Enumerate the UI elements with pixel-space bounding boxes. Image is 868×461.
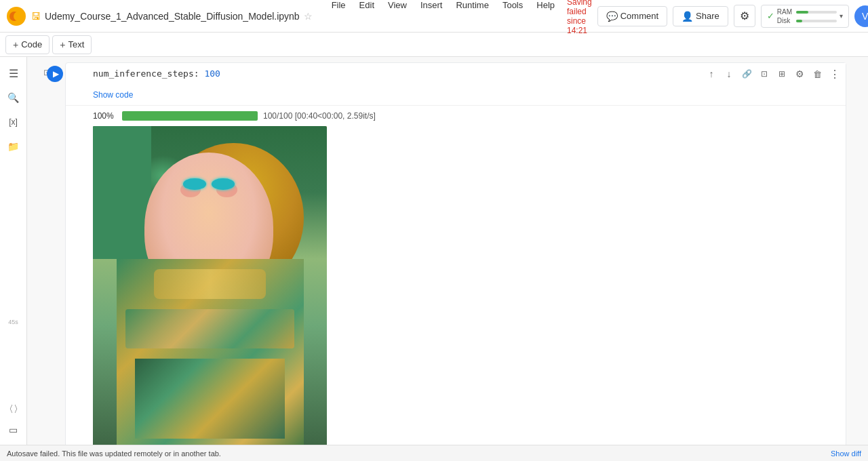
play-icon: ▶	[53, 69, 59, 79]
sidebar-terminal-icon[interactable]: ▭	[3, 419, 24, 441]
cell-toolbar: ↑ ↓ 🔗 ⊡ ⊞ ⚙ 🗑 ⋮	[701, 63, 846, 85]
menu-help[interactable]: Help	[530, 0, 561, 35]
bottom-bar: Autosave failed. This file was updated r…	[0, 445, 868, 461]
progress-bar-fill	[122, 111, 258, 121]
menu-edit[interactable]: Edit	[353, 0, 381, 35]
autosave-message: Autosave failed. This file was updated r…	[7, 449, 825, 458]
share-label: Share	[696, 11, 719, 21]
image-ornaments	[117, 259, 304, 458]
terminal-icon: ▭	[9, 424, 18, 435]
sidebar-code-icon[interactable]: 〈〉	[3, 399, 24, 420]
plus-icon: +	[13, 39, 18, 50]
sidebar-variables-button[interactable]: [x]	[3, 111, 24, 133]
top-bar: 🖫 Udemy_Course_1_Advanced_Stable_Diffusi…	[0, 0, 868, 33]
search-icon: 🔍	[7, 92, 19, 103]
code-value: 100	[204, 68, 220, 79]
ram-bars: RAM Disk	[777, 8, 837, 24]
menu-insert[interactable]: Insert	[414, 0, 450, 35]
dropdown-arrow-icon: ▾	[840, 12, 843, 20]
expand-cell-button[interactable]: ⊞	[774, 66, 790, 82]
ram-label: RAM	[777, 8, 793, 16]
toolbar-row: + Code + Text	[0, 33, 868, 57]
show-diff-button[interactable]: Show diff	[831, 449, 861, 458]
notebook-title-area: 🖫 Udemy_Course_1_Advanced_Stable_Diffusi…	[31, 11, 313, 22]
move-up-button[interactable]: ↑	[703, 66, 719, 82]
settings-icon: ⚙	[740, 9, 749, 22]
menu-runtime[interactable]: Runtime	[449, 0, 495, 35]
menu-file[interactable]: File	[325, 0, 353, 35]
cell-output: 100% 100/100 [00:40<00:00, 2.59it/s]	[66, 105, 846, 461]
variables-icon: [x]	[9, 117, 18, 127]
run-button[interactable]: ▶	[47, 66, 63, 82]
add-code-button[interactable]: + Code	[5, 35, 50, 54]
cell-more-button[interactable]: ⋮	[827, 66, 843, 82]
left-sidebar: ☰ 🔍 [x] 📁 45s 〈〉 ▭	[0, 57, 27, 461]
progress-bar-container: 100% 100/100 [00:40<00:00, 2.59it/s]	[93, 108, 843, 123]
cell-settings-button[interactable]: ⚙	[791, 66, 808, 82]
code-angle-icon: 〈〉	[4, 403, 23, 416]
star-icon[interactable]: ☆	[304, 11, 313, 22]
user-avatar[interactable]: V	[854, 5, 868, 27]
image-right-eye	[212, 178, 235, 191]
menu-view[interactable]: View	[381, 0, 414, 35]
notebook-title[interactable]: Udemy_Course_1_Advanced_Stable_Diffusion…	[45, 11, 300, 22]
sidebar-menu-button[interactable]: ☰	[3, 62, 24, 84]
progress-bar-background	[122, 111, 258, 121]
add-text-button[interactable]: + Text	[52, 35, 92, 54]
share-icon: 👤	[682, 11, 693, 22]
hamburger-icon: ☰	[9, 67, 18, 80]
notebook-cell: ▶ ↑ ↓ 🔗 ⊡ ⊞ ⚙ 🗑 ⋮ num_inference_steps: 1…	[65, 62, 846, 461]
generated-image-container	[93, 126, 843, 458]
topbar-right: 💬 Comment 👤 Share ⚙ ✓ RAM Disk ▾	[597, 5, 868, 28]
settings-button[interactable]: ⚙	[734, 5, 755, 27]
main-content: ⊡ ▶ ↑ ↓ 🔗 ⊡ ⊞ ⚙ 🗑 ⋮ num_inference_steps:	[41, 57, 868, 461]
sidebar-files-button[interactable]: 📁	[3, 136, 24, 157]
comment-icon: 💬	[606, 11, 618, 22]
ram-check-icon: ✓	[767, 11, 774, 21]
progress-percentage: 100%	[93, 111, 117, 121]
colab-logo[interactable]	[7, 7, 26, 26]
save-icon: 🖫	[31, 11, 41, 22]
comment-label: Comment	[620, 11, 658, 21]
cell-wrapper: ⊡ ▶ ↑ ↓ 🔗 ⊡ ⊞ ⚙ 🗑 ⋮ num_inference_steps:	[54, 62, 857, 461]
save-status: Saving failed since 14:21	[567, 0, 592, 35]
share-button[interactable]: 👤 Share	[673, 6, 728, 26]
image-left-eye	[183, 178, 206, 191]
delete-cell-button[interactable]: 🗑	[809, 66, 825, 82]
comment-button[interactable]: 💬 Comment	[597, 6, 667, 26]
disk-label: Disk	[777, 17, 793, 24]
text-plus-icon: +	[60, 39, 65, 50]
files-icon: 📁	[7, 141, 19, 152]
progress-info-text: 100/100 [00:40<00:00, 2.59it/s]	[263, 111, 376, 121]
show-code-link[interactable]: Show code	[66, 87, 846, 105]
sidebar-search-button[interactable]: 🔍	[3, 87, 24, 108]
code-variable: num_inference_steps:	[93, 68, 199, 79]
svg-point-2	[14, 12, 23, 21]
cell-execution-time: 45s	[0, 319, 27, 325]
menu-bar: File Edit View Insert Runtime Tools Help…	[325, 0, 592, 35]
image-green-bg	[93, 126, 151, 259]
copy-cell-button[interactable]: ⊡	[756, 66, 772, 82]
ram-disk-indicator[interactable]: ✓ RAM Disk ▾	[761, 5, 849, 28]
text-btn-label: Text	[68, 39, 84, 49]
generated-image	[93, 126, 327, 458]
link-cell-button[interactable]: 🔗	[738, 66, 755, 82]
move-down-button[interactable]: ↓	[721, 66, 737, 82]
menu-tools[interactable]: Tools	[496, 0, 530, 35]
code-btn-label: Code	[21, 39, 42, 49]
